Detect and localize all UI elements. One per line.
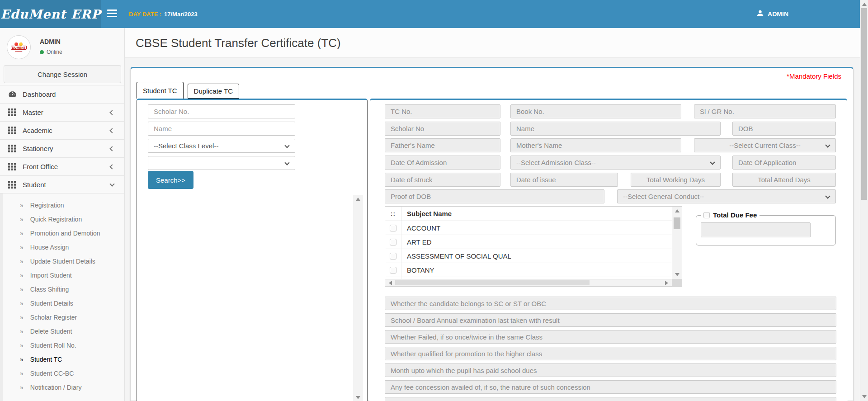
change-session-button[interactable]: Change Session — [4, 65, 121, 83]
scroll-left-icon[interactable] — [389, 281, 392, 285]
total-attend-days-input[interactable]: Total Attend Days — [732, 173, 836, 187]
sidebar-item-front-office[interactable]: Front Office — [0, 157, 125, 175]
tc-question-input-4[interactable]: Whether qualified for promotion to the h… — [385, 347, 836, 360]
tab-duplicate-tc[interactable]: Duplicate TC — [188, 84, 239, 99]
brand-logo-area[interactable]: EduMent ERP — [0, 0, 101, 28]
subject-row[interactable]: ACCOUNT — [385, 221, 672, 235]
proof-of-dob-input[interactable]: Proof of DOB — [385, 189, 604, 203]
double-chevron-right-icon: » — [20, 314, 24, 321]
subject-checkbox[interactable] — [390, 239, 396, 245]
search-results-scrollbar[interactable] — [353, 195, 363, 401]
mothers-name-input[interactable]: Mother's Name — [510, 138, 681, 152]
book-no-input[interactable]: Book No. — [510, 104, 681, 118]
scroll-right-icon[interactable] — [665, 281, 668, 285]
search-button[interactable]: Search>> — [148, 171, 193, 189]
submenu-item-update-student-details[interactable]: »Update Student Details — [3, 254, 125, 268]
submenu-item-quick-registration[interactable]: »Quick Registration — [3, 212, 125, 226]
class-level-selected-option: --Select Class Level-- — [154, 142, 218, 150]
tc-question-input-3[interactable]: Whether Failed, if so once/twice in the … — [385, 330, 836, 344]
grid-icon — [8, 144, 17, 153]
chevron-down-icon — [109, 181, 114, 186]
avatar: 🔴🟡 DUMENT ▂▂▂▂▂ — [7, 35, 31, 59]
submenu-item-label: Student CC-BC — [30, 370, 74, 377]
date-of-struck-input[interactable]: Date of struck — [385, 173, 500, 187]
submenu-item-student-cc-bc[interactable]: »Student CC-BC — [3, 366, 125, 380]
submenu-item-registration[interactable]: »Registration — [3, 198, 125, 212]
submenu-item-notification-diary[interactable]: »Notification / Diary — [3, 380, 125, 394]
submenu-item-student-roll-no[interactable]: »Student Roll No. — [3, 338, 125, 352]
submenu-item-promotion-and-demotion[interactable]: »Promotion and Demotion — [3, 226, 125, 240]
subject-row[interactable]: ASSESSMENT OF SOCIAL QUAL — [385, 249, 672, 263]
sidebar-toggle-icon[interactable] — [107, 9, 118, 19]
tc-question-input-7[interactable]: Whether NCC Cadet/Boy Scout/Girl Guide (… — [385, 397, 836, 401]
chevron-down-icon — [284, 160, 289, 165]
name-input[interactable]: Name — [510, 122, 721, 136]
subject-checkbox[interactable] — [390, 225, 396, 231]
submenu-item-house-assign[interactable]: »House Assign — [3, 240, 125, 254]
date-of-application-input[interactable]: Date Of Application — [732, 156, 836, 170]
scroll-up-icon[interactable] — [356, 198, 360, 201]
subject-row[interactable]: ART ED — [385, 235, 672, 249]
general-conduct-select[interactable]: --Select General Conduct-- — [617, 189, 836, 203]
tab-student-tc[interactable]: Student TC — [137, 82, 184, 99]
mandatory-fields-note: *Mandatory Fields — [787, 72, 841, 80]
subject-checkbox[interactable] — [390, 253, 396, 259]
submenu-item-class-shifting[interactable]: »Class Shifting — [3, 282, 125, 296]
total-due-fee-input[interactable] — [701, 222, 811, 237]
subject-row[interactable]: BOTANY — [385, 263, 672, 277]
class-level-select[interactable]: --Select Class Level-- — [148, 139, 295, 153]
submenu-item-delete-student[interactable]: »Delete Student — [3, 324, 125, 338]
total-due-fee-checkbox[interactable] — [703, 212, 710, 218]
sidebar-item-dashboard[interactable]: Dashboard — [0, 85, 125, 103]
sidebar-item-stationery[interactable]: Stationery — [0, 139, 125, 157]
scrollbar-thumb[interactable] — [395, 280, 590, 285]
scroll-up-icon[interactable] — [675, 209, 679, 212]
subject-checkbox[interactable] — [390, 267, 396, 274]
tc-question-input-6[interactable]: Any fee concession availed of, if so, th… — [385, 380, 836, 394]
tc-no-input[interactable]: TC No. — [385, 104, 500, 118]
current-class-select[interactable]: --Select Current Class-- — [694, 138, 836, 152]
student-search-box: Scholar No. Name --Select Class Level-- … — [137, 99, 368, 401]
scrollbar-thumb[interactable] — [861, 8, 867, 200]
total-due-fee-legend: Total Due Fee — [701, 211, 760, 219]
submenu-item-label: Scholar Register — [30, 314, 77, 321]
page-scrollbar[interactable] — [860, 0, 868, 401]
class-select[interactable] — [148, 156, 295, 170]
scroll-down-icon[interactable] — [356, 396, 360, 399]
total-working-days-input[interactable]: Total Working Days — [631, 173, 721, 187]
submenu-item-student-details[interactable]: »Student Details — [3, 296, 125, 310]
chevron-down-icon — [825, 142, 830, 147]
tc-question-input-1[interactable]: Whether the candidate belongs to SC or S… — [385, 297, 836, 310]
tc-question-input-2[interactable]: School / Board Annual examination last t… — [385, 313, 836, 327]
search-name-input[interactable]: Name — [148, 122, 295, 136]
chevron-left-icon — [109, 128, 114, 133]
submenu-item-label: House Assign — [30, 244, 69, 251]
subject-table-header: :: Subject Name — [385, 207, 672, 221]
scroll-down-icon[interactable] — [862, 395, 867, 398]
subject-table-horizontal-scrollbar[interactable] — [385, 279, 682, 286]
edument-logo-art: 🔴🟡 — [14, 43, 23, 46]
sidebar-item-master[interactable]: Master — [0, 103, 125, 121]
scholar-no-input[interactable]: Scholar No — [385, 122, 500, 136]
scrollbar-thumb[interactable] — [674, 217, 680, 229]
double-chevron-right-icon: » — [20, 230, 24, 237]
search-scholar-no-input[interactable]: Scholar No. — [148, 104, 295, 118]
submenu-item-student-tc[interactable]: »Student TC — [3, 352, 125, 366]
sl-gr-no-input[interactable]: Sl / GR No. — [694, 104, 836, 118]
submenu-item-import-student[interactable]: »Import Student — [3, 268, 125, 282]
admission-class-select[interactable]: --Select Admission Class-- — [510, 156, 721, 170]
date-of-admission-input[interactable]: Date Of Admission — [385, 156, 500, 170]
sidebar-item-academic[interactable]: Academic — [0, 121, 125, 139]
fathers-name-input[interactable]: Father's Name — [385, 138, 500, 152]
chevron-left-icon — [109, 146, 114, 151]
scroll-down-icon[interactable] — [675, 273, 679, 276]
submenu-item-scholar-register[interactable]: »Scholar Register — [3, 310, 125, 324]
user-menu[interactable]: ADMIN — [756, 0, 788, 28]
sidebar-item-student[interactable]: Student — [0, 175, 125, 193]
date-of-issue-input[interactable]: Date of issue — [510, 173, 618, 187]
scroll-up-icon[interactable] — [862, 3, 867, 6]
tc-question-input-5[interactable]: Month upto which the pupil has paid scho… — [385, 363, 836, 377]
dob-input[interactable]: DOB — [732, 122, 836, 136]
subject-table-vertical-scrollbar[interactable] — [672, 207, 682, 279]
sidebar-item-label: Front Office — [23, 163, 58, 170]
